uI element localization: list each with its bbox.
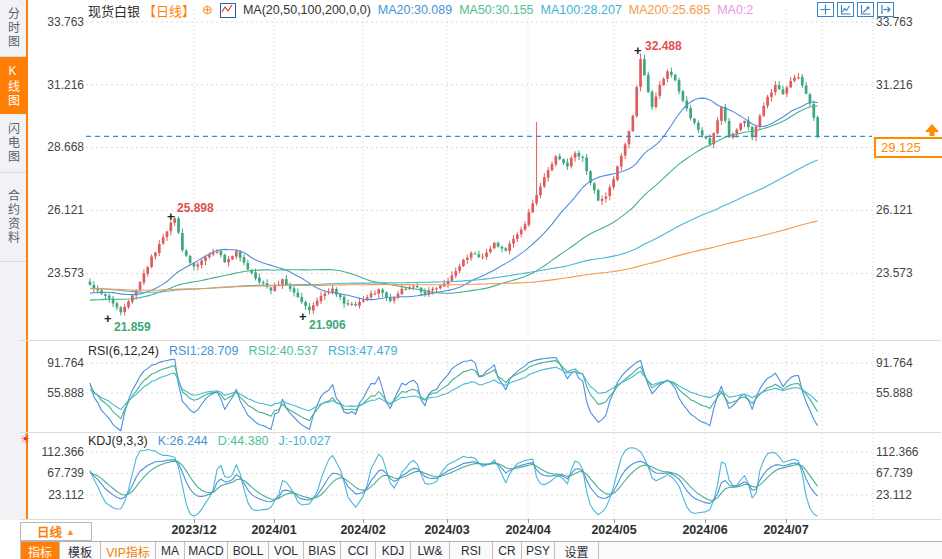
price-tick-left: 31.216: [28, 78, 84, 92]
rsi-chart-canvas[interactable]: [86, 345, 874, 433]
price-tick-right: 31.216: [876, 78, 938, 92]
sidebar-tab-contract-info[interactable]: 合约资料: [0, 173, 26, 262]
sidebar-tab-kline-chart[interactable]: K线图: [0, 57, 26, 114]
x-axis-label: 2024/05: [582, 523, 646, 537]
kdj-tick-right: 112.366: [876, 445, 938, 459]
toolbar-item-lw[interactable]: LW&: [411, 542, 450, 559]
sidebar-tab-time-chart[interactable]: 分时图: [0, 0, 26, 57]
toolbar-spacer: [599, 542, 942, 559]
price-tick-left: 23.573: [28, 266, 84, 280]
price-tick-right: 23.573: [876, 266, 938, 280]
latest-price-arrow-icon[interactable]: [924, 124, 940, 137]
feb-low-annotation: 21.906: [309, 318, 346, 332]
nov-low-cross-marker: +: [104, 314, 112, 324]
price-tick-right: 33.763: [876, 15, 938, 29]
divider: [20, 340, 941, 341]
high-cross-marker: +: [634, 46, 642, 56]
toolbar-item-cci[interactable]: CCI: [341, 542, 376, 559]
high-annotation: 32.488: [645, 39, 682, 53]
sidebar-tab-flash-chart[interactable]: 闪电图: [0, 114, 26, 173]
toolbar-item-settings[interactable]: 设置: [555, 542, 599, 559]
x-axis-label: 2024/02: [331, 523, 395, 537]
kdj-tick-right: 23.112: [876, 488, 938, 502]
kline-chart-canvas[interactable]: [86, 10, 874, 341]
toolbar-item-kdj[interactable]: KDJ: [376, 542, 411, 559]
kdj-tick-left: 112.366: [28, 445, 84, 459]
toolbar-item-boll[interactable]: BOLL: [228, 542, 269, 559]
toolbar-item-vol[interactable]: VOL: [269, 542, 304, 559]
x-axis-label: 2024/04: [496, 523, 560, 537]
dec-high-annotation: 25.898: [177, 201, 214, 215]
rsi-tick-right: 55.888: [876, 386, 938, 400]
toolbar-item-indicator[interactable]: 指标: [21, 542, 60, 559]
feb-low-cross-marker: +: [299, 312, 307, 322]
toolbar-item-template[interactable]: 模板: [60, 542, 101, 559]
rsi-tick-right: 91.764: [876, 356, 938, 370]
price-tick-left: 26.121: [28, 203, 84, 217]
toolbar-item-psy[interactable]: PSY: [522, 542, 555, 559]
rsi-tick-left: 91.764: [28, 356, 84, 370]
kdj-tick-right: 67.739: [876, 466, 938, 480]
toolbar-item-cr[interactable]: CR: [493, 542, 522, 559]
price-tick-right: 26.121: [876, 203, 938, 217]
price-tick-left: 28.668: [28, 140, 84, 154]
kdj-tick-left: 23.112: [28, 488, 84, 502]
price-tick-left: 33.763: [28, 15, 84, 29]
trading-app-window: 分时图 K线图 闪电图 合约资料 现货白银 【日线】 ⊕ MA(20,50,10…: [0, 0, 942, 559]
x-axis-label: 2024/03: [415, 523, 479, 537]
toolbar-item-ma[interactable]: MA: [156, 542, 185, 559]
toolbar-item-vip-indicator[interactable]: VIP指标: [101, 542, 156, 559]
kdj-tick-left: 67.739: [28, 466, 84, 480]
dec-high-cross-marker: +: [167, 212, 175, 222]
toolbar-item-bias[interactable]: BIAS: [304, 542, 341, 559]
x-axis-label: 2024/01: [242, 523, 306, 537]
nov-low-annotation: 21.859: [114, 320, 151, 334]
sun-indicator-icon[interactable]: ☀: [20, 432, 31, 446]
kdj-chart-canvas[interactable]: [86, 433, 874, 519]
x-axis-label: 2023/12: [162, 523, 226, 537]
indicator-toolbar: 指标 模板 VIP指标 MA MACD BOLL VOL BIAS CCI KD…: [20, 541, 942, 559]
current-price-box: 29.125: [874, 137, 942, 158]
rsi-tick-left: 55.888: [28, 386, 84, 400]
timeframe-arrow-icon: ▲: [66, 527, 75, 537]
x-axis-label: 2024/07: [754, 523, 818, 537]
timeframe-label: 日线: [37, 522, 62, 541]
x-axis-label: 2024/06: [673, 523, 737, 537]
timeframe-dropdown[interactable]: 日线 ▲: [20, 522, 92, 541]
toolbar-item-rsi[interactable]: RSI: [450, 542, 493, 559]
divider: [20, 519, 941, 520]
toolbar-item-macd[interactable]: MACD: [185, 542, 228, 559]
